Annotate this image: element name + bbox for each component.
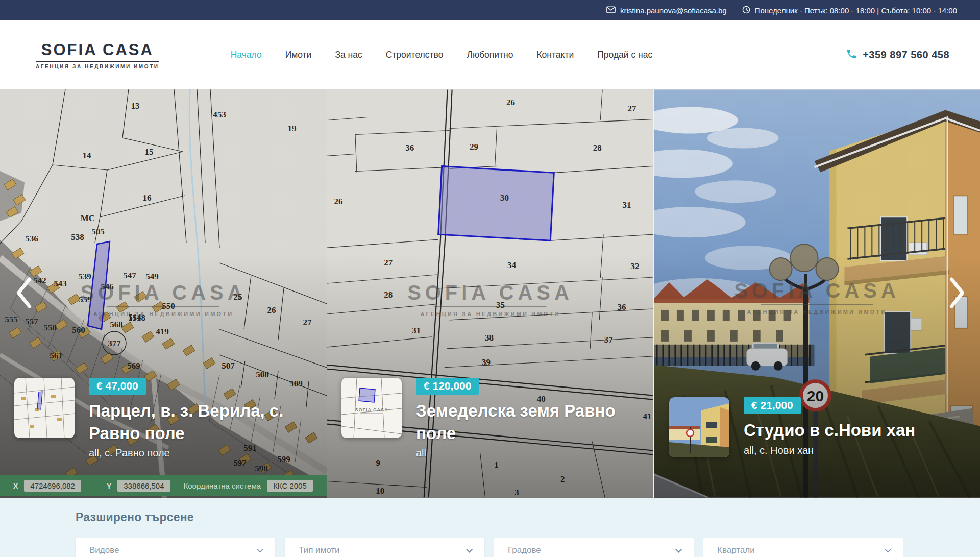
property-title: Парцел, в. з. Верила, с. Равно поле bbox=[89, 400, 316, 444]
property-info: € 47,000 Парцел, в. з. Верила, с. Равно … bbox=[89, 378, 316, 459]
filter-label: Градове bbox=[508, 545, 541, 555]
logo-divider bbox=[36, 61, 159, 62]
chevron-down-icon bbox=[466, 546, 473, 553]
property-info: € 21,000 Студио в с.Нови хан all, с. Нов… bbox=[744, 397, 915, 457]
nav-item-5[interactable]: Любопитно bbox=[467, 50, 513, 60]
price-badge: € 120,000 bbox=[416, 378, 479, 395]
carousel-slide-parcel-verila[interactable]: SOFIA CASA АГЕНЦИЯ ЗА НЕДВИЖИМИ ИМОТИ 13… bbox=[0, 89, 327, 498]
envelope-icon bbox=[606, 6, 616, 15]
filter-label: Тип имоти bbox=[299, 545, 340, 555]
site-header: SOFIA CASA АГЕНЦИЯ ЗА НЕДВИЖИМИ ИМОТИ На… bbox=[0, 20, 980, 89]
filter-dropdown-4[interactable]: Квартали bbox=[703, 538, 903, 557]
filter-dropdown-3[interactable]: Градове bbox=[494, 538, 694, 557]
property-card[interactable]: € 47,000 Парцел, в. з. Верила, с. Равно … bbox=[14, 378, 316, 459]
carousel-prev-button[interactable] bbox=[14, 277, 34, 311]
property-title: Земеделска земя Равно поле bbox=[416, 400, 643, 444]
nav-item-2[interactable]: Имоти bbox=[285, 50, 312, 60]
header-phone[interactable]: +359 897 560 458 bbox=[846, 48, 949, 62]
logo-title: SOFIA CASA bbox=[41, 41, 154, 59]
chevron-left-icon bbox=[14, 303, 34, 311]
coord-system-label: Координатна система bbox=[184, 481, 261, 490]
property-thumbnail[interactable] bbox=[669, 397, 729, 457]
filter-label: Квартали bbox=[717, 545, 755, 555]
chevron-down-icon bbox=[885, 546, 891, 553]
map-coordinate-bar: X 4724696,082 Y 338666,504 Координатна с… bbox=[0, 475, 327, 496]
property-location: all, с. Равно поле bbox=[89, 447, 316, 459]
advanced-search-heading: Разширено търсене bbox=[76, 511, 980, 524]
search-filters: ВидовеТип имотиГрадовеКвартали bbox=[76, 538, 980, 557]
phone-number: +359 897 560 458 bbox=[863, 49, 949, 61]
coord-x-value: 4724696,082 bbox=[24, 480, 81, 492]
coord-y-label: Y bbox=[107, 482, 111, 490]
price-badge: € 21,000 bbox=[744, 397, 801, 414]
property-thumbnail[interactable] bbox=[14, 378, 75, 438]
nav-item-4[interactable]: Строителство bbox=[386, 50, 444, 60]
property-location: all, с. Нови хан bbox=[744, 445, 915, 456]
advanced-search-section: Разширено търсене ВидовеТип имотиГрадове… bbox=[0, 498, 980, 557]
property-card[interactable]: € 21,000 Студио в с.Нови хан all, с. Нов… bbox=[669, 397, 915, 457]
main-nav: НачалоИмотиЗа насСтроителствоЛюбопитноКо… bbox=[231, 50, 653, 60]
property-info: € 120,000 Земеделска земя Равно поле all bbox=[416, 378, 643, 459]
working-hours: Понеделник - Петък: 08:00 - 18:00 | Събо… bbox=[742, 6, 957, 15]
hours-text: Понеделник - Петък: 08:00 - 18:00 | Събо… bbox=[755, 6, 957, 15]
nav-item-1[interactable]: Начало bbox=[231, 50, 262, 60]
property-location: all bbox=[416, 447, 643, 459]
svg-text:SOFIA CASA: SOFIA CASA bbox=[355, 407, 388, 413]
coord-y-value: 338666,504 bbox=[117, 480, 170, 492]
clock-icon bbox=[742, 6, 750, 15]
nav-item-3[interactable]: За нас bbox=[335, 50, 362, 60]
email-text: kristina.paunova@sofiacasa.bg bbox=[620, 6, 727, 15]
coord-x-label: X bbox=[13, 482, 18, 490]
phone-icon bbox=[846, 48, 857, 62]
logo[interactable]: SOFIA CASA АГЕНЦИЯ ЗА НЕДВИЖИМИ ИМОТИ bbox=[36, 41, 159, 69]
contact-email[interactable]: kristina.paunova@sofiacasa.bg bbox=[606, 6, 727, 15]
property-title: Студио в с.Нови хан bbox=[744, 419, 915, 442]
coord-system-value: ККС 2005 bbox=[267, 480, 313, 492]
chevron-down-icon bbox=[257, 546, 263, 553]
chevron-down-icon bbox=[675, 546, 682, 553]
carousel-next-button[interactable] bbox=[947, 277, 967, 311]
price-badge: € 47,000 bbox=[89, 378, 146, 395]
nav-item-7[interactable]: Продай с нас bbox=[597, 50, 652, 60]
carousel-slide-zemedelska-zemya[interactable]: SOFIA CASA АГЕНЦИЯ ЗА НЕДВИЖИМИ ИМОТИ 26… bbox=[327, 89, 653, 498]
topbar: kristina.paunova@sofiacasa.bg Понеделник… bbox=[0, 0, 980, 20]
nav-item-6[interactable]: Контакти bbox=[536, 50, 574, 60]
filter-dropdown-2[interactable]: Тип имоти bbox=[285, 538, 484, 557]
hero-carousel: SOFIA CASA АГЕНЦИЯ ЗА НЕДВИЖИМИ ИМОТИ 13… bbox=[0, 89, 980, 498]
property-thumbnail[interactable]: SOFIA CASA bbox=[341, 378, 402, 438]
carousel-slide-studio-novi-han[interactable]: 20 SOFIA CASA АГЕНЦИЯ ЗА НЕДВИЖИМИ ИМОТИ bbox=[653, 89, 980, 498]
chevron-right-icon bbox=[947, 303, 967, 311]
filter-label: Видове bbox=[89, 545, 119, 555]
logo-tagline: АГЕНЦИЯ ЗА НЕДВИЖИМИ ИМОТИ bbox=[36, 64, 159, 69]
property-card[interactable]: SOFIA CASA € 120,000 Земеделска земя Рав… bbox=[341, 378, 643, 459]
filter-dropdown-1[interactable]: Видове bbox=[76, 538, 275, 557]
